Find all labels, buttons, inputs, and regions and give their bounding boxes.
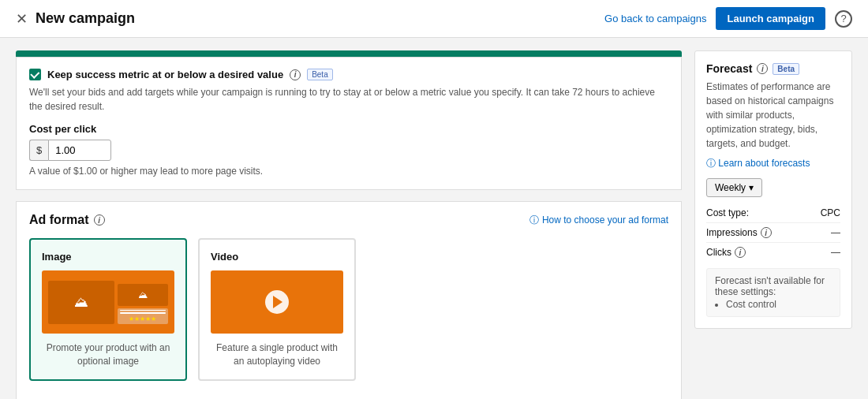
close-button[interactable]: ✕ xyxy=(16,10,28,28)
mountain-icon: ⛰ xyxy=(74,294,88,311)
left-panel: Keep success metric at or below a desire… xyxy=(16,50,682,399)
metric-info-icon[interactable]: i xyxy=(290,69,301,80)
cost-type-value: CPC xyxy=(821,207,840,218)
unavailable-title: Forecast isn't available for these setti… xyxy=(715,275,825,297)
ad-format-title: Ad format i xyxy=(29,213,105,227)
forecast-description: Estimates of performance are based on hi… xyxy=(706,80,840,151)
clicks-row: Clicks i — xyxy=(706,242,840,262)
landing-page-section: Landing Page Advertise Products to drive… xyxy=(29,397,668,399)
metric-checkbox[interactable] xyxy=(29,69,41,80)
forecast-panel: Forecast i Beta Estimates of performance… xyxy=(694,50,852,329)
forecast-beta-badge: Beta xyxy=(773,63,799,75)
clicks-label: Clicks xyxy=(706,247,731,258)
img-main: ⛰ xyxy=(48,281,114,324)
small-mountain-icon: ⛰ xyxy=(138,289,148,300)
cpc-label: Cost per click xyxy=(29,123,668,135)
ad-format-header: Ad format i ⓘ How to choose your ad form… xyxy=(29,213,668,227)
ad-card-image[interactable]: Image ⛰ ⛰ xyxy=(29,238,187,381)
ad-format-help-link[interactable]: ⓘ How to choose your ad format xyxy=(529,214,668,227)
learn-forecasts-link[interactable]: ⓘ Learn about forecasts xyxy=(706,158,810,169)
header: ✕ New campaign Go back to campaigns Laun… xyxy=(0,0,868,38)
progress-bar xyxy=(16,50,682,57)
impressions-info-icon[interactable]: i xyxy=(761,227,772,238)
image-preview: ⛰ ⛰ ★★★★★ xyxy=(42,270,174,334)
unavailable-list: Cost control xyxy=(726,299,832,310)
img-side-bottom: ★★★★★ xyxy=(118,308,168,324)
play-triangle xyxy=(273,296,282,308)
clicks-value: — xyxy=(831,247,840,258)
img-stars: ★★★★★ xyxy=(120,315,166,323)
forecast-title-text: Forecast xyxy=(706,62,752,75)
cpc-input[interactable] xyxy=(48,140,111,161)
image-card-desc: Promote your product with an optional im… xyxy=(42,341,174,368)
img-line-1 xyxy=(120,310,166,311)
launch-campaign-button[interactable]: Launch campaign xyxy=(716,7,825,30)
cost-type-row: Cost type: CPC xyxy=(706,203,840,222)
play-button-icon xyxy=(265,290,289,314)
clicks-label-group: Clicks i xyxy=(706,247,746,258)
metric-label: Keep success metric at or below a desire… xyxy=(47,69,283,80)
clicks-info-icon[interactable]: i xyxy=(735,247,746,258)
period-label: Weekly xyxy=(715,182,746,193)
video-preview xyxy=(211,270,343,334)
cpc-hint: A value of $1.00 or higher may lead to m… xyxy=(29,166,668,177)
help-link-text: How to choose your ad format xyxy=(542,214,668,226)
img-line-2 xyxy=(120,312,166,314)
ad-cards: Image ⛰ ⛰ xyxy=(29,238,668,381)
metric-description: We'll set your bids and add targets whil… xyxy=(29,85,668,114)
img-side-top: ⛰ xyxy=(118,284,168,306)
learn-link-text: Learn about forecasts xyxy=(718,158,810,169)
impressions-label: Impressions xyxy=(706,227,758,238)
page-title: New campaign xyxy=(36,10,135,27)
go-back-button[interactable]: Go back to campaigns xyxy=(604,13,706,24)
header-right: Go back to campaigns Launch campaign ? xyxy=(604,7,852,30)
landing-page-title: Landing Page xyxy=(29,397,668,399)
chevron-down-icon: ▾ xyxy=(749,182,754,193)
period-selector[interactable]: Weekly ▾ xyxy=(706,178,762,197)
cost-type-label: Cost type: xyxy=(706,207,749,218)
video-card-desc: Feature a single product with an autopla… xyxy=(211,341,343,368)
ad-format-section: Ad format i ⓘ How to choose your ad form… xyxy=(16,201,682,399)
right-panel: Forecast i Beta Estimates of performance… xyxy=(694,50,852,399)
cpc-input-row: $ xyxy=(29,140,668,161)
ad-card-video[interactable]: Video Feature a single product with an a… xyxy=(198,238,356,381)
currency-prefix: $ xyxy=(29,140,48,161)
impressions-label-group: Impressions i xyxy=(706,227,772,238)
unavailable-item-cost-control: Cost control xyxy=(726,299,832,310)
main-content: Keep success metric at or below a desire… xyxy=(0,38,868,399)
ad-format-info-icon[interactable]: i xyxy=(94,214,105,226)
impressions-row: Impressions i — xyxy=(706,222,840,242)
image-card-title: Image xyxy=(42,251,174,263)
unavailable-box: Forecast isn't available for these setti… xyxy=(706,268,840,317)
video-card-title: Video xyxy=(211,251,343,263)
help-link-icon: ⓘ xyxy=(529,214,539,227)
header-left: ✕ New campaign xyxy=(16,10,135,28)
metric-header: Keep success metric at or below a desire… xyxy=(29,69,668,80)
ad-format-title-text: Ad format xyxy=(29,213,89,227)
image-preview-inner: ⛰ ⛰ ★★★★★ xyxy=(48,281,167,324)
forecast-controls: Weekly ▾ xyxy=(706,178,840,197)
img-side: ⛰ ★★★★★ xyxy=(118,284,168,324)
help-icon[interactable]: ? xyxy=(835,10,852,28)
forecast-info-icon[interactable]: i xyxy=(757,63,768,74)
metric-beta-badge: Beta xyxy=(307,69,333,80)
metric-section: Keep success metric at or below a desire… xyxy=(16,57,682,190)
impressions-value: — xyxy=(831,227,840,238)
forecast-title: Forecast i Beta xyxy=(706,62,840,75)
